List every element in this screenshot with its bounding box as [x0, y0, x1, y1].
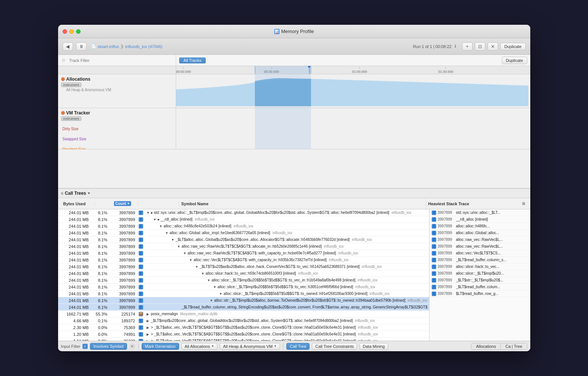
duplicate-button[interactable]: Duplicate [500, 43, 526, 50]
maximize-button[interactable] [76, 29, 81, 34]
track-filter-input[interactable] [67, 57, 172, 63]
back-button[interactable]: ◀ [63, 42, 73, 51]
vm-tracker-svg [176, 108, 530, 149]
left-columns: Bytes Used Count ▼ [61, 201, 179, 206]
table-row[interactable]: 244.01 MB 8.1% 3997899 👤 ▼ _$LT$T$u20$as… [58, 263, 429, 270]
heaviest-item[interactable]: 👤 3997899 alloc::vec::Vec$LT$T$CS... [429, 250, 530, 257]
allocations-instrument: Instrument [61, 83, 82, 87]
tree-toggle[interactable]: ▼ [147, 211, 150, 215]
timeline-header: 00:00.000 00:30.000 01:00.000 01:30.000 [58, 66, 530, 74]
table-row[interactable]: 1.11 MB 0.0% 36338 👤 ▶ > _$LT$alloc..vec… [58, 338, 429, 341]
vm-tracker-dot [61, 111, 65, 115]
call-trees-body[interactable]: 244.01 MB 8.1% 3997899 👤 ▼ ▸ std::sys::u… [58, 209, 429, 341]
all-allocations-dropdown[interactable]: All Allocations ▼ [181, 343, 218, 350]
filter-icon: ⊙ [62, 58, 65, 63]
data-mining-button[interactable]: Data Mining [359, 343, 388, 350]
filter-clear[interactable]: ✕ [129, 343, 135, 349]
table-row[interactable]: 244.01 MB 8.1% 3997899 👤 ▼ alloc::slice:… [58, 270, 429, 277]
table-row[interactable]: 244.01 MB 8.1% 3997899 👤 ▼ alloc::slice:… [58, 284, 429, 290]
allocations-chart[interactable] [176, 74, 530, 108]
symbol-header[interactable]: Symbol Name [179, 198, 426, 209]
user-icon: 👤 [139, 244, 143, 249]
count-header[interactable]: Count ▼ [112, 201, 138, 206]
lib-icon: 📦 [139, 312, 143, 316]
expand-button[interactable]: ⊡ [475, 42, 485, 51]
call-tree-tab[interactable]: Ca | Tree [501, 343, 527, 349]
all-tracks-button[interactable]: All Tracks [179, 57, 206, 63]
heaviest-item[interactable]: 👤 3997899 alloc::alloc::Global::alloc... [429, 230, 530, 236]
input-filter-label: Input Filter [61, 344, 81, 349]
call-tree-constraints-button[interactable]: Call Tree Constraints [312, 343, 357, 350]
heaviest-user-icon: 👤 [432, 217, 436, 222]
table-row[interactable]: 244.01 MB 8.1% 3997899 👤 ▼ _$LT$alloc..a… [58, 236, 429, 243]
table-row[interactable]: 2.30 MB 0.0% 75369 👤 ▶ > _$LT$alloc..vec… [58, 324, 429, 331]
pause-button[interactable]: ⏸ [76, 42, 87, 51]
heaviest-item[interactable]: 👤 3997899 alloc::slice::hack::to_vec... [429, 263, 530, 270]
table-row[interactable]: 244.01 MB 8.1% 3997899 👤 ▼ alloc::alloc:… [58, 230, 429, 236]
close-track-button[interactable]: ✕ [488, 42, 498, 51]
table-row-highlighted[interactable]: 244.01 MB 8.1% 3997899 👤 _$LT$read_buffe… [58, 304, 429, 311]
duplicate-button-2[interactable]: Duplicate [502, 57, 527, 64]
filter-toggle[interactable]: ✓ [82, 344, 88, 349]
allocations-label: Allocations Instrument All Heap & Anonym… [58, 74, 176, 108]
sort-arrow: ▼ [127, 202, 130, 205]
info-icon[interactable]: ℹ [455, 44, 456, 49]
table-row[interactable]: 244.01 MB 8.1% 3997899 👤 ▼ alloc::slice:… [58, 290, 429, 297]
call-tree-button[interactable]: Call Tree [286, 343, 310, 350]
breadcrumb-process[interactable]: influxdb_iox (47046) [125, 44, 162, 49]
user-icon: 👤 [139, 285, 143, 289]
run-info: Run 1 of 1 | 00:08:22 ℹ [413, 44, 456, 49]
allocations-badge: Instrument [61, 82, 173, 87]
heaviest-user-icon: 👤 [432, 271, 436, 276]
title-icon: 📊 [274, 29, 279, 34]
heaviest-item[interactable]: 👤 3997899 alloc::raw_vec::RawVec$L... [429, 236, 530, 243]
vm-tracker-chart[interactable] [176, 108, 530, 149]
allocations-track: Allocations Instrument All Heap & Anonym… [58, 74, 530, 108]
call-trees-header: Bytes Used Count ▼ Symbol Name Heaviest … [58, 198, 530, 209]
breadcrumb-host-label[interactable]: stuart-influx [98, 44, 119, 49]
count-sort-badge[interactable]: Count ▼ [114, 201, 132, 206]
user-icon: 👤 [139, 231, 143, 235]
track-filter-row: ⊙ All Tracks Duplicate [58, 55, 530, 66]
heaviest-item[interactable]: 👤 3997899 alloc::slice::_$LT$impl$u20... [429, 270, 530, 277]
all-heap-dropdown[interactable]: All Heap & Anonymous VM ▼ [220, 343, 280, 350]
involves-symbol-button[interactable]: Involves Symbol [90, 343, 127, 350]
mark-generation-button[interactable]: Mark Generation [142, 343, 179, 350]
heaviest-item[interactable]: 👤 3997899 alloc::raw_vec::RawVec$L... [429, 243, 530, 250]
vm-tracker-badge: Instrument [61, 116, 173, 121]
table-row[interactable]: 4.66 MB 0.1% 189372 👤 ▶ _$LT$impl$u20$co… [58, 317, 429, 324]
bytes-used-header[interactable]: Bytes Used [61, 202, 95, 206]
heaviest-item[interactable]: 👤 3997899 _$LT$read_buffer..column_s... [429, 257, 530, 263]
allocations-sublabel: All Heap & Anonymous VM [61, 88, 173, 92]
table-row[interactable]: 244.01 MB 8.1% 3997899 👤 ▼ ▸ std::sys::u… [58, 209, 429, 216]
add-button[interactable]: + [462, 42, 473, 51]
cursor-indicator [308, 66, 311, 68]
cell-count: 3997899 [111, 211, 137, 215]
heaviest-item[interactable]: 👤 3997899 __rdl_alloc [inlined] [429, 216, 530, 223]
table-row[interactable]: 1662.71 MB 55.3% 225174 📦 ▶ posix_memali… [58, 311, 429, 317]
table-row[interactable]: 244.01 MB 8.1% 3997899 👤 ▼ alloc:::alloc… [58, 223, 429, 230]
call-trees-arrow: ▼ [87, 191, 91, 195]
cell-icon: 👤 [137, 211, 145, 215]
close-button[interactable] [63, 29, 67, 34]
heaviest-item[interactable]: 👤 3997899 _$LT$str::_$LT$impl$u20$... [429, 277, 530, 284]
heaviest-item[interactable]: 👤 3997899 _$LT$read_buffer..colum... [429, 284, 530, 290]
minimize-button[interactable] [69, 29, 74, 34]
timeline-cursor [309, 66, 310, 74]
call-trees-splitter[interactable]: ≡ Call Trees ▼ [58, 188, 530, 198]
heaviest-item[interactable]: 👤 3997899 std::sys::unix::alloc::_$LT... [429, 209, 530, 216]
heaviest-item[interactable]: 👤 3997899 $LT$read_buffer..row_g... [429, 290, 530, 297]
table-row[interactable]: 244.01 MB 8.1% 3997899 👤 ▼ alloc::raw_ve… [58, 243, 429, 250]
table-row[interactable]: 244.01 MB 8.1% 3997899 👤 ▼ alloc::slice:… [58, 277, 429, 284]
table-row[interactable]: 1.20 MB 0.0% 74991 👤 ▶ > _$LT$alloc..vec… [58, 331, 429, 338]
table-row-highlighted[interactable]: 244.01 MB 8.1% 3997899 👤 ▼ alloc::str::_… [58, 297, 429, 304]
table-row[interactable]: 244.01 MB 8.1% 3997899 👤 ▼ alloc::vec::V… [58, 257, 429, 263]
heaviest-header[interactable]: Heaviest Stack Trace ⊞ [426, 198, 527, 209]
timeline-selection[interactable] [255, 66, 311, 74]
heaviest-options[interactable]: ⊞ [522, 202, 525, 206]
table-row[interactable]: 244.01 MB 8.1% 3997899 👤 ▼ ▸ __rdl_alloc… [58, 216, 429, 223]
heaviest-item[interactable]: 👤 3997899 alloc::alloc::h486fc... [429, 223, 530, 230]
timeline-ruler[interactable]: 00:00.000 00:30.000 01:00.000 01:30.000 [176, 66, 530, 74]
table-row[interactable]: 244.01 MB 8.1% 3997899 👤 ▼ alloc::raw_ve… [58, 250, 429, 257]
allocations-tab[interactable]: Allocations [471, 343, 501, 349]
